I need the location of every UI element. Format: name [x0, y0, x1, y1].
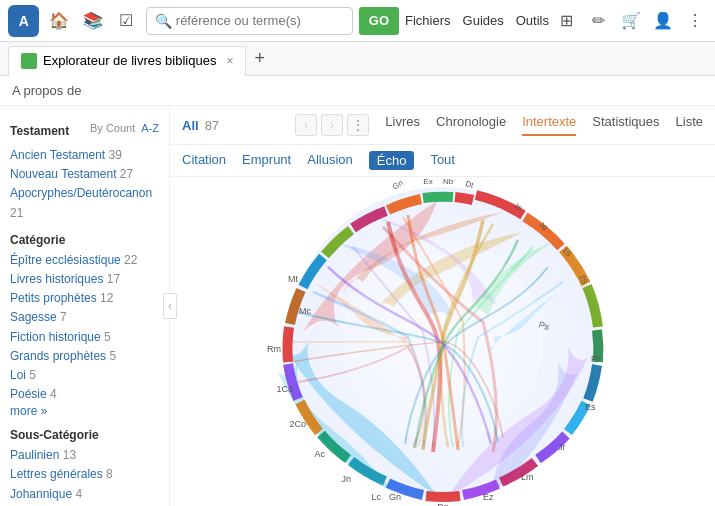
nav-guides[interactable]: Guides	[463, 13, 504, 28]
filter-count: 87	[205, 118, 219, 133]
sidebar-item-ancient[interactable]: Ancien Testament 39	[10, 146, 159, 165]
svg-text:Ez: Ez	[483, 492, 494, 502]
tab-icon	[21, 53, 37, 69]
svg-text:Pr: Pr	[591, 354, 600, 364]
filter-left: All 87	[182, 118, 219, 133]
svg-text:Jr: Jr	[558, 442, 566, 452]
sidebar-item-nouveau[interactable]: Nouveau Testament 27	[10, 165, 159, 184]
sidebar-collapse-button[interactable]: ‹	[163, 293, 177, 319]
nav-icons: ⊞ ✏ 🛒 👤 ⋮	[555, 9, 707, 33]
sidebar-souscategorie-label: Sous-Catégorie	[10, 428, 159, 442]
user-icon[interactable]: 👤	[651, 9, 675, 33]
svg-text:Mt: Mt	[288, 274, 298, 284]
prev-button[interactable]: ‹	[295, 114, 317, 136]
tab-close-button[interactable]: ×	[226, 54, 233, 68]
svg-text:Gn: Gn	[390, 178, 404, 191]
app-logo[interactable]: A	[8, 5, 39, 37]
pagination: ‹ › ⋮	[295, 114, 369, 136]
go-button[interactable]: GO	[359, 7, 399, 35]
svg-text:1Co: 1Co	[276, 384, 293, 394]
tab-liste[interactable]: Liste	[676, 114, 703, 136]
main-tab[interactable]: Explorateur de livres bibliques ×	[8, 46, 246, 76]
subtab-citation[interactable]: Citation	[182, 152, 226, 169]
sidebar: Testament By Count A-Z Ancien Testament …	[0, 106, 170, 506]
sidebar-souscategorie-items: Paulinien 13 Lettres générales 8 Johanni…	[10, 446, 159, 506]
sidebar-az-link[interactable]: A-Z	[141, 122, 159, 134]
filter-right: ‹ › ⋮ Livres Chronologie Intertexte Stat…	[295, 114, 703, 136]
sidebar-item-loi[interactable]: Loi 5	[10, 366, 159, 385]
sidebar-item-poesie[interactable]: Poésie 4	[10, 385, 159, 404]
edit-icon[interactable]: ✏	[587, 9, 611, 33]
svg-text:Mc: Mc	[299, 306, 311, 316]
sidebar-categorie-items: Épître ecclésiastique 22 Livres historiq…	[10, 251, 159, 419]
sidebar-item-fiction[interactable]: Fiction historique 5	[10, 328, 159, 347]
chord-diagram: Ps Pr Es Jr Lm Ez Dn Gn Rm 1Co 2Co Ac Jn…	[243, 177, 643, 506]
svg-text:Lm: Lm	[521, 472, 534, 482]
sidebar-item-historiques[interactable]: Livres historiques 17	[10, 270, 159, 289]
tab-label: Explorateur de livres bibliques	[43, 53, 216, 68]
breadcrumb-text: A propos de	[12, 83, 81, 98]
tab-intertexte[interactable]: Intertexte	[522, 114, 576, 136]
sidebar-item-grands[interactable]: Grands prophètes 5	[10, 347, 159, 366]
search-input[interactable]	[176, 13, 344, 28]
svg-text:Lc: Lc	[371, 492, 381, 502]
tab-chronologie[interactable]: Chronologie	[436, 114, 506, 136]
more-button[interactable]: ⋮	[347, 114, 369, 136]
content-area: All 87 ‹ › ⋮ Livres Chronologie Intertex…	[170, 106, 715, 506]
svg-text:2Co: 2Co	[289, 419, 306, 429]
sidebar-testament-label: Testament	[10, 124, 69, 138]
nav-fichiers[interactable]: Fichiers	[405, 13, 451, 28]
library-icon[interactable]: 📚	[79, 7, 106, 35]
svg-text:Ac: Ac	[314, 449, 325, 459]
filter-all-tab[interactable]: All	[182, 118, 199, 133]
sidebar-item-apocryphes[interactable]: Apocryphes/Deutérocanon 21	[10, 184, 159, 222]
nav-links: Fichiers Guides Outils	[405, 13, 549, 28]
sidebar-item-epitre[interactable]: Épître ecclésiastique 22	[10, 251, 159, 270]
chord-svg: Ps Pr Es Jr Lm Ez Dn Gn Rm 1Co 2Co Ac Jn…	[243, 177, 643, 506]
subfilter-bar: Citation Emprunt Allusion Écho Tout	[170, 145, 715, 177]
sidebar-categorie-label: Catégorie	[10, 233, 159, 247]
tab-livres[interactable]: Livres	[385, 114, 420, 136]
tabbar: Explorateur de livres bibliques × +	[0, 42, 715, 76]
sidebar-item-sagesse[interactable]: Sagesse 7	[10, 308, 159, 327]
sidebar-count-label: By Count	[90, 122, 135, 134]
svg-point-25	[343, 242, 543, 442]
main-layout: Testament By Count A-Z Ancien Testament …	[0, 106, 715, 506]
cart-icon[interactable]: 🛒	[619, 9, 643, 33]
sidebar-testament-header: Testament By Count A-Z	[10, 114, 159, 142]
svg-text:Gn: Gn	[388, 492, 400, 502]
sidebar-more-link[interactable]: more »	[10, 404, 159, 418]
grid-icon[interactable]: ⊞	[555, 9, 579, 33]
chord-chart-area: Ps Pr Es Jr Lm Ez Dn Gn Rm 1Co 2Co Ac Jn…	[170, 177, 715, 506]
filter-bar: All 87 ‹ › ⋮ Livres Chronologie Intertex…	[170, 106, 715, 145]
subtab-emprunt[interactable]: Emprunt	[242, 152, 291, 169]
sidebar-item-generales[interactable]: Lettres générales 8	[10, 465, 159, 484]
sidebar-item-paulinien[interactable]: Paulinien 13	[10, 446, 159, 465]
breadcrumb: A propos de	[0, 76, 715, 106]
subtab-tout[interactable]: Tout	[430, 152, 455, 169]
tab-add-button[interactable]: +	[248, 48, 271, 69]
search-icon: 🔍	[155, 13, 172, 29]
sidebar-item-johannique[interactable]: Johannique 4	[10, 485, 159, 504]
svg-text:Jn: Jn	[341, 474, 351, 484]
subtab-allusion[interactable]: Allusion	[307, 152, 353, 169]
sidebar-testament-items: Ancien Testament 39 Nouveau Testament 27…	[10, 146, 159, 223]
svg-text:Nb: Nb	[442, 177, 453, 186]
topnav: A 🏠 📚 ☑ 🔍 GO Fichiers Guides Outils ⊞ ✏ …	[0, 0, 715, 42]
svg-text:Es: Es	[585, 402, 596, 412]
search-bar: 🔍	[146, 7, 353, 35]
sidebar-item-petits[interactable]: Petits prophètes 12	[10, 289, 159, 308]
next-button[interactable]: ›	[321, 114, 343, 136]
tab-statistiques[interactable]: Statistiques	[592, 114, 659, 136]
svg-text:Rm: Rm	[267, 344, 281, 354]
svg-text:Dt: Dt	[464, 179, 475, 190]
subtab-echo[interactable]: Écho	[369, 151, 415, 170]
svg-text:Dn: Dn	[437, 502, 449, 507]
svg-text:Ex: Ex	[423, 177, 432, 186]
checklist-icon[interactable]: ☑	[112, 7, 139, 35]
nav-outils[interactable]: Outils	[516, 13, 549, 28]
home-icon[interactable]: 🏠	[45, 7, 72, 35]
more-icon[interactable]: ⋮	[683, 9, 707, 33]
